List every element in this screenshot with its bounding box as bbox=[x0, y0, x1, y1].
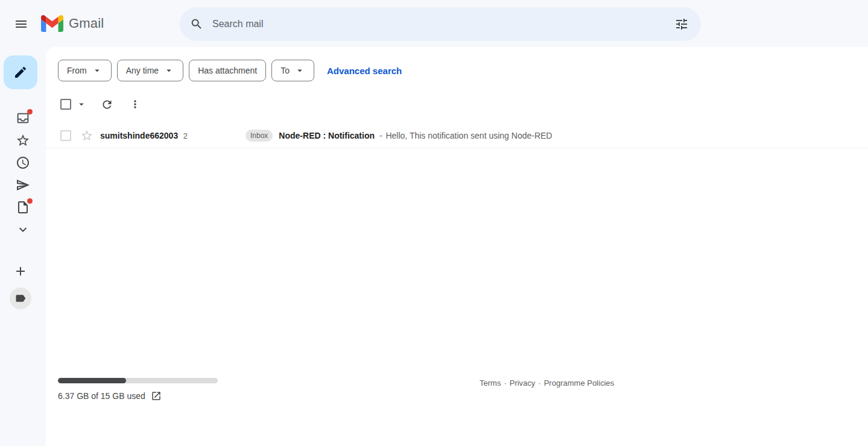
thread-count: 2 bbox=[183, 131, 188, 140]
pencil-icon bbox=[13, 65, 28, 80]
sidebar bbox=[0, 47, 46, 446]
sidebar-item-drafts[interactable] bbox=[16, 200, 30, 215]
storage-progress-fill bbox=[58, 378, 126, 383]
compose-button[interactable] bbox=[4, 55, 37, 89]
chip-label: From bbox=[67, 66, 87, 75]
storage-text-row: 6.37 GB of 15 GB used bbox=[58, 391, 218, 401]
filter-chip-to[interactable]: To bbox=[271, 60, 314, 81]
email-row[interactable]: sumitshinde662003 2 Inbox Node-RED : Not… bbox=[46, 124, 868, 148]
chevron-down-icon bbox=[92, 65, 103, 76]
labels-button[interactable] bbox=[10, 287, 31, 309]
search-options-button[interactable] bbox=[670, 12, 694, 36]
inbox-label-badge: Inbox bbox=[246, 130, 273, 142]
refresh-icon bbox=[101, 98, 113, 111]
main-panel: From Any time Has attachment To Advanced… bbox=[46, 47, 868, 446]
create-label-button[interactable] bbox=[13, 264, 28, 278]
main-menu-button[interactable] bbox=[7, 10, 36, 39]
list-toolbar bbox=[46, 90, 868, 119]
star-icon bbox=[16, 133, 30, 148]
search-bar bbox=[180, 7, 701, 41]
hamburger-icon bbox=[14, 17, 28, 31]
footer-separator: · bbox=[504, 378, 506, 388]
gmail-logo[interactable]: Gmail bbox=[41, 15, 104, 32]
filter-chip-has-attachment[interactable]: Has attachment bbox=[189, 60, 266, 81]
search-button[interactable] bbox=[185, 12, 209, 36]
clock-icon bbox=[16, 155, 30, 170]
sidebar-item-sent[interactable] bbox=[16, 178, 30, 192]
drafts-unread-dot bbox=[27, 198, 33, 204]
chip-label: Has attachment bbox=[198, 66, 257, 75]
search-icon bbox=[190, 17, 203, 31]
chevron-down-icon bbox=[163, 65, 174, 76]
sidebar-item-snoozed[interactable] bbox=[16, 155, 30, 170]
programme-policies-link[interactable]: Programme Policies bbox=[544, 378, 614, 388]
storage-meter: 6.37 GB of 15 GB used bbox=[58, 378, 218, 401]
chip-label: Any time bbox=[126, 66, 159, 75]
terms-link[interactable]: Terms bbox=[480, 378, 501, 388]
filter-chip-from[interactable]: From bbox=[58, 60, 112, 81]
footer-links: Terms · Privacy · Programme Policies bbox=[480, 378, 614, 388]
chip-label: To bbox=[280, 66, 290, 75]
subject-snippet-separator: - bbox=[379, 131, 382, 140]
label-icon bbox=[14, 292, 27, 304]
more-vert-icon bbox=[129, 98, 141, 110]
sender-name: sumitshinde662003 bbox=[100, 131, 178, 140]
star-toggle-icon[interactable] bbox=[80, 129, 93, 142]
sidebar-item-starred[interactable] bbox=[16, 133, 30, 148]
advanced-search-link[interactable]: Advanced search bbox=[327, 66, 402, 76]
send-icon bbox=[16, 178, 30, 192]
tune-icon bbox=[674, 17, 689, 31]
plus-icon bbox=[13, 264, 28, 278]
search-input[interactable] bbox=[209, 7, 670, 41]
open-in-new-icon[interactable] bbox=[151, 391, 162, 401]
chevron-down-icon bbox=[76, 99, 87, 110]
gmail-wordmark: Gmail bbox=[69, 16, 104, 31]
sidebar-item-more[interactable] bbox=[16, 222, 30, 237]
header: Gmail bbox=[0, 0, 868, 47]
select-all-checkbox[interactable] bbox=[60, 99, 71, 110]
filter-chip-any-time[interactable]: Any time bbox=[117, 60, 183, 81]
privacy-link[interactable]: Privacy bbox=[510, 378, 536, 388]
storage-used-label: 6.37 GB of 15 GB used bbox=[58, 391, 145, 401]
subject-cell: Node-RED : Notification - Hello, This no… bbox=[279, 131, 552, 140]
chevron-down-icon bbox=[294, 65, 305, 76]
search-chips-row: From Any time Has attachment To Advanced… bbox=[46, 47, 868, 81]
sidebar-item-inbox[interactable] bbox=[16, 111, 30, 125]
more-options-button[interactable] bbox=[129, 98, 141, 110]
email-subject: Node-RED : Notification bbox=[279, 131, 375, 140]
sidebar-nav bbox=[2, 111, 43, 237]
gmail-m-icon bbox=[41, 15, 63, 32]
inbox-unread-dot bbox=[27, 109, 33, 115]
email-snippet: Hello, This notification sent using Node… bbox=[385, 131, 552, 140]
refresh-button[interactable] bbox=[101, 98, 113, 111]
chevron-down-icon bbox=[16, 222, 30, 237]
storage-progress-track bbox=[58, 378, 218, 383]
select-dropdown-button[interactable] bbox=[76, 99, 87, 110]
email-checkbox[interactable] bbox=[60, 130, 71, 141]
sender-cell: sumitshinde662003 2 bbox=[100, 130, 246, 141]
footer-separator: · bbox=[538, 378, 540, 388]
